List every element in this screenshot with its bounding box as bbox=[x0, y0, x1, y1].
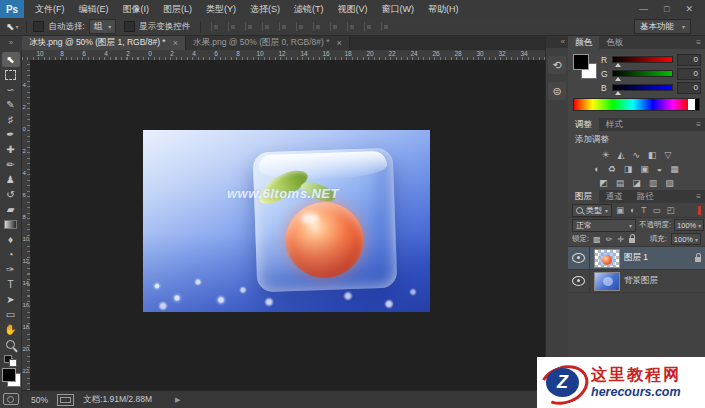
app-logo-icon[interactable]: Ps bbox=[0, 0, 24, 18]
selective-color-icon[interactable]: ▥ bbox=[649, 176, 658, 190]
filter-type-layers-icon[interactable]: T bbox=[641, 205, 646, 215]
layer-name[interactable]: 图层 1 bbox=[624, 252, 648, 264]
tools-panel-header[interactable]: » bbox=[0, 36, 23, 50]
slider-handle[interactable] bbox=[615, 91, 621, 95]
auto-select-dropdown[interactable]: 组 ▾ bbox=[89, 19, 117, 34]
photo-filter-icon[interactable]: ▣ bbox=[640, 162, 649, 176]
blend-mode-dropdown[interactable]: 正常 ▾ bbox=[572, 219, 636, 232]
gradient-tool[interactable] bbox=[2, 217, 20, 232]
green-value-field[interactable]: 0 bbox=[677, 68, 701, 80]
path-selection-tool[interactable]: ➤ bbox=[2, 292, 20, 307]
tab-adjustments[interactable]: 调整 bbox=[568, 118, 599, 131]
tool-preset-arrow-icon[interactable]: ▾ bbox=[15, 23, 18, 30]
menu-item[interactable]: 文件(F) bbox=[28, 0, 72, 18]
menu-item[interactable]: 选择(S) bbox=[243, 0, 287, 18]
menu-item[interactable]: 编辑(E) bbox=[72, 0, 116, 18]
vibrance-icon[interactable]: ▽ bbox=[665, 148, 672, 162]
collapse-dock-icon[interactable]: « bbox=[546, 36, 568, 48]
lock-position-icon[interactable]: ✛ bbox=[617, 235, 624, 244]
status-menu-arrow-icon[interactable]: ▶ bbox=[175, 396, 180, 404]
rectangle-tool[interactable]: ▭ bbox=[2, 307, 20, 322]
gradient-map-icon[interactable]: ▨ bbox=[665, 176, 674, 190]
close-tab-icon[interactable]: × bbox=[337, 38, 342, 48]
menu-item[interactable]: 窗口(W) bbox=[375, 0, 422, 18]
menu-item[interactable]: 图像(I) bbox=[116, 0, 157, 18]
lock-transparent-pixels-icon[interactable]: ▩ bbox=[593, 235, 601, 244]
blur-tool[interactable]: ♦ bbox=[2, 232, 20, 247]
color-lookup-icon[interactable]: ▦ bbox=[670, 162, 679, 176]
fill-field[interactable]: 100% ▾ bbox=[671, 233, 701, 245]
layer-name[interactable]: 背景图层 bbox=[624, 275, 658, 287]
layer-row-background[interactable]: 背景图层 bbox=[568, 270, 705, 293]
crop-tool[interactable]: ♯ bbox=[2, 112, 20, 127]
spot-healing-brush-tool[interactable]: ✚ bbox=[2, 142, 20, 157]
tab-layers[interactable]: 图层 bbox=[568, 190, 599, 203]
blue-value-field[interactable]: 0 bbox=[677, 82, 701, 94]
panel-menu-icon[interactable]: ≡ bbox=[696, 192, 701, 201]
canvas-area[interactable]: www.6ltoms.NET bbox=[31, 60, 545, 390]
brush-tool[interactable]: ✏ bbox=[2, 157, 20, 172]
tab-color[interactable]: 颜色 bbox=[568, 36, 599, 49]
zoom-level[interactable]: 50% bbox=[31, 395, 48, 405]
channel-mixer-icon[interactable]: ◒ bbox=[657, 162, 662, 176]
hand-tool[interactable]: ✋ bbox=[2, 322, 20, 337]
properties-panel-button[interactable]: ⊜ bbox=[548, 82, 566, 100]
filter-pixel-layers-icon[interactable]: ▣ bbox=[616, 205, 624, 215]
layer-row-layer1[interactable]: 图层 1 bbox=[568, 247, 705, 270]
opacity-field[interactable]: 100% ▾ bbox=[674, 219, 704, 231]
slider-handle[interactable] bbox=[615, 63, 621, 67]
document-image[interactable]: www.6ltoms.NET bbox=[143, 130, 430, 312]
workspace-switcher[interactable]: 基本功能 ▾ bbox=[634, 19, 691, 34]
filter-toggle-switch[interactable] bbox=[698, 206, 701, 215]
lock-all-icon[interactable] bbox=[629, 238, 635, 243]
menu-item[interactable]: 帮助(H) bbox=[421, 0, 466, 18]
type-tool[interactable]: T bbox=[2, 277, 20, 292]
tab-ice-document[interactable]: 冰块.png @ 50% (图层 1, RGB/8#) * × bbox=[22, 36, 186, 50]
lasso-tool[interactable]: ∽ bbox=[2, 82, 20, 97]
red-slider[interactable] bbox=[612, 56, 673, 63]
close-tab-icon[interactable]: × bbox=[173, 38, 178, 48]
red-value-field[interactable]: 0 bbox=[677, 54, 701, 66]
tab-channels[interactable]: 通道 bbox=[599, 190, 630, 203]
invert-icon[interactable]: ◩ bbox=[599, 176, 608, 190]
minimize-button[interactable]: — bbox=[639, 4, 648, 14]
menu-item[interactable]: 类型(Y) bbox=[199, 0, 243, 18]
quick-mask-button[interactable] bbox=[3, 393, 19, 405]
exposure-icon[interactable]: ◧ bbox=[648, 148, 657, 162]
menu-item[interactable]: 图层(L) bbox=[156, 0, 199, 18]
menu-item[interactable]: 滤镜(T) bbox=[287, 0, 331, 18]
blue-slider[interactable] bbox=[612, 84, 673, 91]
quick-selection-tool[interactable]: ✎ bbox=[2, 97, 20, 112]
lock-image-pixels-icon[interactable]: ✏ bbox=[606, 235, 613, 244]
color-balance-icon[interactable]: ♻ bbox=[608, 162, 616, 176]
history-brush-tool[interactable]: ↺ bbox=[2, 187, 20, 202]
close-button[interactable]: ✕ bbox=[685, 4, 693, 14]
eyedropper-tool[interactable]: ✒ bbox=[2, 127, 20, 142]
history-panel-button[interactable]: ⟲ bbox=[548, 56, 566, 74]
move-tool[interactable]: ⬉ bbox=[2, 52, 20, 67]
menu-item[interactable]: 视图(V) bbox=[331, 0, 375, 18]
auto-select-checkbox[interactable] bbox=[33, 21, 44, 32]
panel-menu-icon[interactable]: ≡ bbox=[696, 120, 701, 129]
foreground-color-swatch[interactable] bbox=[2, 368, 16, 382]
clone-stamp-tool[interactable]: ♟ bbox=[2, 172, 20, 187]
filter-smart-objects-icon[interactable]: ◰ bbox=[666, 205, 674, 215]
hue-saturation-icon[interactable]: ◐ bbox=[594, 162, 599, 176]
filter-shape-layers-icon[interactable]: ▭ bbox=[652, 205, 660, 215]
zoom-tool[interactable] bbox=[2, 337, 20, 352]
color-spectrum-bar[interactable] bbox=[573, 98, 700, 111]
eraser-tool[interactable]: ▰ bbox=[2, 202, 20, 217]
layer-visibility-eye-icon[interactable] bbox=[572, 253, 585, 263]
tab-paths[interactable]: 路径 bbox=[630, 190, 661, 203]
pen-tool[interactable]: ✑ bbox=[2, 262, 20, 277]
maximize-button[interactable]: □ bbox=[664, 4, 669, 14]
dodge-tool[interactable]: ◔ bbox=[2, 247, 20, 262]
layer-visibility-eye-icon[interactable] bbox=[572, 276, 585, 286]
levels-icon[interactable]: ◭ bbox=[618, 148, 625, 162]
layer-filter-dropdown[interactable]: 类型 ▾ bbox=[572, 204, 612, 217]
threshold-icon[interactable]: ◪ bbox=[632, 176, 641, 190]
slider-handle[interactable] bbox=[615, 77, 621, 81]
panel-menu-icon[interactable]: ≡ bbox=[696, 38, 701, 47]
tab-styles[interactable]: 样式 bbox=[599, 118, 630, 131]
brightness-contrast-icon[interactable]: ☀ bbox=[602, 148, 610, 162]
